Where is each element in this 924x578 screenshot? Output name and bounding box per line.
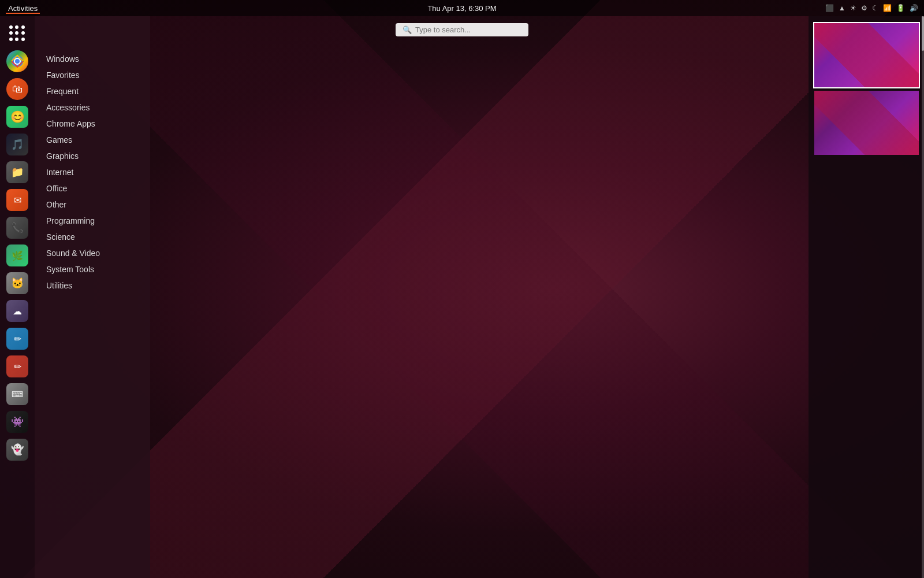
thumbnail-1[interactable] bbox=[813, 22, 920, 88]
volume-icon[interactable]: 🔊 bbox=[910, 4, 918, 12]
menu-item-office[interactable]: Office bbox=[35, 180, 150, 197]
menu-item-graphics[interactable]: Graphics bbox=[35, 148, 150, 164]
dock-email[interactable]: ✉ bbox=[5, 187, 30, 213]
top-bar-right: ⬛ ▲ ☀ ⚙ ☾ 📶 🔋 🔊 bbox=[825, 4, 918, 12]
search-icon: 🔍 bbox=[403, 25, 412, 34]
menu-item-games[interactable]: Games bbox=[35, 132, 150, 148]
moon-icon[interactable]: ☾ bbox=[872, 4, 878, 12]
scrollbar[interactable] bbox=[922, 16, 924, 578]
thumbnail-2[interactable] bbox=[813, 90, 920, 156]
menu-item-system-tools[interactable]: System Tools bbox=[35, 261, 150, 277]
svg-point-2 bbox=[15, 59, 20, 64]
dock-ghost[interactable]: 👻 bbox=[5, 437, 30, 462]
dock-rhythmbox[interactable]: 🎵 bbox=[5, 132, 30, 157]
menu-item-other[interactable]: Other bbox=[35, 197, 150, 213]
menu-item-utilities[interactable]: Utilities bbox=[35, 277, 150, 294]
dock-game[interactable]: 👾 bbox=[5, 409, 30, 435]
dock-red-edit[interactable]: ✏ bbox=[5, 354, 30, 379]
monitor-icon[interactable]: ⬛ bbox=[825, 4, 834, 12]
left-dock: 🛍 😊 🎵 📁 ✉ 📞 🌿 🐱 ☁ ✏ ✏ ⌨ � bbox=[0, 16, 35, 578]
brightness-icon[interactable]: ☀ bbox=[850, 4, 856, 12]
menu-item-programming[interactable]: Programming bbox=[35, 213, 150, 229]
wifi-icon[interactable]: 📶 bbox=[883, 4, 892, 12]
dock-phone[interactable]: 📞 bbox=[5, 215, 30, 240]
dock-ubuntu-software[interactable]: 🛍 bbox=[5, 76, 30, 102]
battery-icon[interactable]: 🔋 bbox=[896, 4, 905, 12]
top-bar: Activities Thu Apr 13, 6:30 PM ⬛ ▲ ☀ ⚙ ☾… bbox=[0, 0, 924, 16]
dock-files[interactable]: 📁 bbox=[5, 160, 30, 185]
menu-item-accessories[interactable]: Accessories bbox=[35, 99, 150, 116]
app-grid-button[interactable] bbox=[5, 21, 30, 46]
dock-cloud[interactable]: ☁ bbox=[5, 298, 30, 324]
menu-item-windows[interactable]: Windows bbox=[35, 51, 150, 67]
search-container: 🔍 bbox=[396, 23, 528, 36]
search-box: 🔍 bbox=[396, 23, 528, 36]
scrollbar-thumb[interactable] bbox=[922, 16, 924, 51]
menu-item-frequent[interactable]: Frequent bbox=[35, 83, 150, 99]
dock-smile[interactable]: 😊 bbox=[5, 104, 30, 129]
top-bar-left: Activities bbox=[6, 4, 40, 13]
search-input[interactable] bbox=[415, 25, 519, 34]
datetime-display: Thu Apr 13, 6:30 PM bbox=[427, 4, 496, 13]
dock-chromium[interactable] bbox=[5, 49, 30, 74]
dock-green-app[interactable]: 🌿 bbox=[5, 243, 30, 268]
menu-item-internet[interactable]: Internet bbox=[35, 164, 150, 180]
activities-button[interactable]: Activities bbox=[6, 4, 40, 13]
menu-item-favorites[interactable]: Favorites bbox=[35, 67, 150, 83]
menu-panel: Windows Favorites Frequent Accessories C… bbox=[35, 16, 150, 578]
network-icon[interactable]: ▲ bbox=[839, 4, 845, 12]
settings-icon[interactable]: ⚙ bbox=[861, 4, 867, 12]
dock-blue-edit[interactable]: ✏ bbox=[5, 326, 30, 351]
menu-item-chrome-apps[interactable]: Chrome Apps bbox=[35, 116, 150, 132]
right-panel bbox=[808, 16, 924, 578]
dock-keyboard[interactable]: ⌨ bbox=[5, 381, 30, 407]
menu-item-science[interactable]: Science bbox=[35, 229, 150, 245]
menu-item-sound-video[interactable]: Sound & Video bbox=[35, 245, 150, 261]
dock-cat[interactable]: 🐱 bbox=[5, 271, 30, 296]
